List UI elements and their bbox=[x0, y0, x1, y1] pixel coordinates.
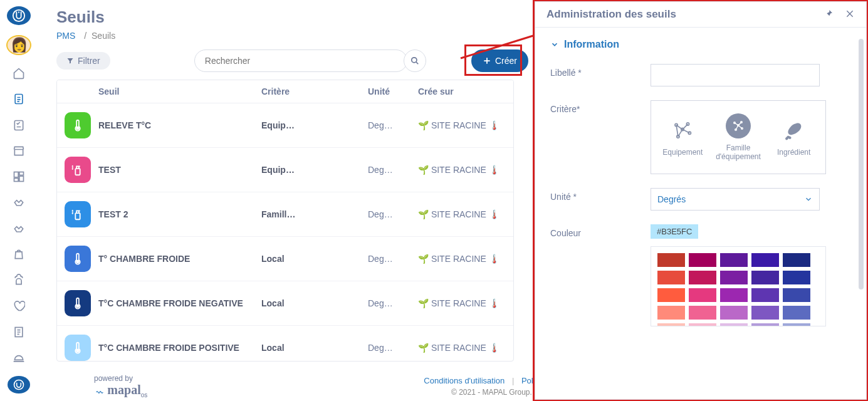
panel-header: Administration des seuils bbox=[535, 2, 866, 28]
cloche-icon[interactable] bbox=[9, 350, 29, 365]
col-critere: Critère bbox=[261, 86, 368, 96]
row-unite: Deg… bbox=[368, 209, 418, 219]
table-row[interactable]: T°C CHAMBRE FROIDE NEGATIVE Local Deg… 🌱… bbox=[57, 281, 513, 326]
pin-icon[interactable] bbox=[824, 9, 834, 21]
color-swatch[interactable] bbox=[657, 288, 685, 302]
svg-rect-2 bbox=[14, 120, 23, 130]
footer-conditions[interactable]: Conditions d'utilisation bbox=[424, 376, 505, 385]
critere-ingredient[interactable]: Ingrédient bbox=[769, 118, 819, 157]
row-name: RELEVE T°C bbox=[98, 120, 261, 130]
color-swatch[interactable] bbox=[689, 323, 716, 326]
critere-famille[interactable]: Famille d'équipement bbox=[713, 113, 763, 161]
table-scroll[interactable]: Seuil Critère Unité Crée sur RELEVE T°C … bbox=[57, 80, 513, 361]
row-unite: Deg… bbox=[368, 120, 418, 130]
table-row[interactable]: T°C CHAMBRE FROIDE POSITIVE Local Deg… 🌱… bbox=[57, 326, 513, 361]
table-row[interactable]: TEST Equip… Deg… 🌱 SITE RACINE 🌡️ bbox=[57, 148, 513, 192]
select-unite[interactable]: Degrés bbox=[651, 188, 820, 211]
color-swatch[interactable] bbox=[657, 253, 685, 267]
breadcrumb-sep: / bbox=[84, 31, 86, 41]
color-swatch[interactable] bbox=[751, 306, 779, 320]
critere-options[interactable]: Equipement Famille d'équipement Ingrédie… bbox=[651, 100, 826, 174]
filter-icon bbox=[66, 57, 74, 65]
bag-icon[interactable] bbox=[9, 246, 29, 262]
breadcrumb-root[interactable]: PMS bbox=[56, 31, 75, 41]
row-unite: Deg… bbox=[368, 165, 418, 175]
row-unite: Deg… bbox=[368, 254, 418, 264]
bottom-logo-icon[interactable] bbox=[8, 376, 30, 393]
color-swatch[interactable] bbox=[720, 271, 748, 284]
critere-equipement[interactable]: Equipement bbox=[657, 118, 708, 157]
svg-rect-4 bbox=[19, 172, 24, 175]
search-input[interactable] bbox=[194, 49, 407, 72]
color-swatch[interactable] bbox=[689, 306, 716, 320]
clipboard-icon[interactable] bbox=[9, 91, 29, 107]
color-swatch[interactable] bbox=[720, 288, 748, 302]
row-name: TEST bbox=[98, 165, 261, 175]
dashboard-icon[interactable] bbox=[9, 169, 29, 184]
chef-icon[interactable] bbox=[9, 273, 29, 288]
handshake2-icon[interactable] bbox=[9, 221, 29, 236]
table-row[interactable]: T° CHAMBRE FROIDE Local Deg… 🌱 SITE RACI… bbox=[57, 237, 513, 281]
chevron-down-icon bbox=[550, 40, 559, 49]
color-value[interactable]: #B3E5FC bbox=[651, 224, 698, 239]
svg-rect-3 bbox=[14, 172, 19, 177]
create-button[interactable]: Créer bbox=[471, 49, 528, 72]
avatar[interactable]: 👩 bbox=[6, 35, 31, 55]
field-unite: Unité * Degrés bbox=[550, 188, 851, 211]
color-swatch[interactable] bbox=[720, 253, 748, 267]
chevron-down-icon bbox=[804, 195, 813, 204]
svg-rect-11 bbox=[75, 169, 80, 175]
row-name: TEST 2 bbox=[98, 209, 261, 219]
table-row[interactable]: RELEVE T°C Equip… Deg… 🌱 SITE RACINE 🌡️ bbox=[57, 103, 513, 148]
col-seuil: Seuil bbox=[98, 86, 261, 96]
filter-label: Filtrer bbox=[78, 56, 100, 66]
color-swatch[interactable] bbox=[751, 288, 779, 302]
search-group bbox=[194, 49, 426, 72]
checklist-icon[interactable] bbox=[9, 117, 29, 133]
row-cree: 🌱 SITE RACINE 🌡️ bbox=[418, 209, 513, 219]
color-swatch[interactable] bbox=[657, 323, 685, 326]
row-critere: Equip… bbox=[261, 165, 368, 175]
section-information[interactable]: Information bbox=[550, 39, 851, 50]
label-critere: Critère* bbox=[550, 100, 644, 114]
panel-scrollbar[interactable] bbox=[859, 39, 864, 289]
color-swatch[interactable] bbox=[783, 271, 810, 284]
svg-point-8 bbox=[14, 380, 24, 389]
app-logo[interactable] bbox=[7, 6, 31, 25]
svg-point-14 bbox=[76, 305, 79, 308]
color-swatch[interactable] bbox=[689, 253, 716, 267]
color-swatch[interactable] bbox=[751, 253, 779, 267]
filter-button[interactable]: Filtrer bbox=[56, 52, 110, 70]
search-button[interactable] bbox=[404, 49, 426, 72]
color-swatch[interactable] bbox=[689, 288, 716, 302]
handshake-icon[interactable] bbox=[9, 195, 29, 211]
row-cree: 🌱 SITE RACINE 🌡️ bbox=[418, 298, 513, 308]
color-swatch[interactable] bbox=[783, 253, 810, 267]
heart-icon[interactable] bbox=[9, 298, 29, 314]
table: Seuil Critère Unité Crée sur RELEVE T°C … bbox=[56, 80, 514, 362]
color-swatch[interactable] bbox=[751, 323, 779, 326]
row-icon bbox=[65, 335, 91, 361]
color-swatch[interactable] bbox=[689, 271, 716, 284]
store-icon[interactable] bbox=[9, 143, 29, 159]
row-icon bbox=[65, 246, 91, 272]
footer-brand-suffix: os bbox=[141, 392, 148, 398]
color-swatch[interactable] bbox=[783, 306, 810, 320]
color-swatch[interactable] bbox=[783, 323, 810, 326]
footer-powered: powered by bbox=[94, 374, 133, 383]
color-swatch[interactable] bbox=[657, 306, 685, 320]
color-swatch[interactable] bbox=[783, 288, 810, 302]
input-libelle[interactable] bbox=[651, 64, 820, 86]
home-icon[interactable] bbox=[9, 65, 29, 81]
color-swatch[interactable] bbox=[751, 271, 779, 284]
row-critere: Equip… bbox=[261, 120, 368, 130]
color-swatch[interactable] bbox=[720, 306, 748, 320]
row-critere: Local bbox=[261, 254, 368, 264]
color-swatch[interactable] bbox=[657, 271, 685, 284]
svg-rect-12 bbox=[75, 213, 80, 219]
close-icon[interactable] bbox=[845, 9, 855, 21]
table-row[interactable]: TEST 2 Famill… Deg… 🌱 SITE RACINE 🌡️ bbox=[57, 192, 513, 237]
network-circle-icon bbox=[726, 113, 751, 138]
color-swatch[interactable] bbox=[720, 323, 748, 326]
doc-icon[interactable] bbox=[9, 324, 29, 340]
